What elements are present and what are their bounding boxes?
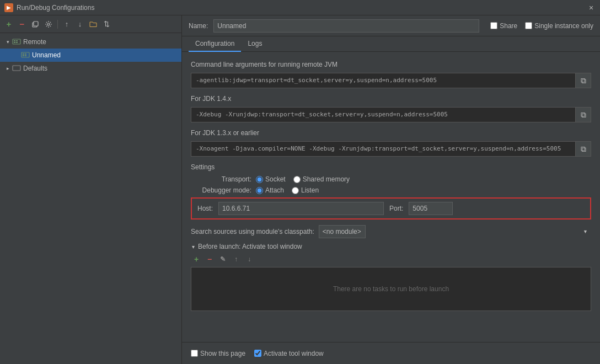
- svg-rect-5: [16, 40, 18, 41]
- before-launch-move-down-button[interactable]: ↓: [244, 254, 255, 265]
- jdk14-copy-button[interactable]: ⧉: [576, 107, 591, 122]
- share-checkbox-label[interactable]: Share: [490, 22, 517, 30]
- before-launch-section: ▾ Before launch: Activate tool window + …: [191, 243, 591, 311]
- svg-rect-8: [22, 52, 29, 57]
- host-input[interactable]: [218, 202, 384, 215]
- before-launch-title: Before launch: Activate tool window: [198, 243, 302, 250]
- svg-point-2: [47, 23, 50, 25]
- move-up-button[interactable]: ↑: [61, 19, 72, 30]
- svg-rect-7: [16, 42, 18, 43]
- remote-group-label: Remote: [23, 38, 46, 46]
- sort-button[interactable]: ⇅: [101, 19, 112, 30]
- jdk13-args-text: -Xnoagent -Djava.compiler=NONE -Xdebug -…: [191, 141, 576, 157]
- toolbar-separator: [57, 20, 58, 29]
- remove-config-button[interactable]: −: [17, 19, 28, 30]
- tree-arrow-remote: ▾: [4, 39, 11, 45]
- jdk13-copy-button[interactable]: ⧉: [576, 141, 591, 157]
- tree-item-unnamed[interactable]: ▾ Unnamed: [0, 49, 181, 62]
- show-page-checkbox-label[interactable]: Show this page: [191, 350, 245, 357]
- add-config-button[interactable]: +: [3, 19, 14, 30]
- transport-row: Transport: Socket Shared memory: [191, 175, 591, 183]
- socket-label: Socket: [265, 175, 286, 183]
- listen-label: Listen: [301, 186, 319, 194]
- module-classpath-label: Search sources using module's classpath:: [191, 228, 314, 235]
- tab-configuration[interactable]: Configuration: [189, 36, 241, 52]
- footer: Show this page Activate tool window: [182, 342, 600, 364]
- listen-radio-label[interactable]: Listen: [292, 186, 319, 194]
- settings-button[interactable]: [43, 19, 54, 30]
- before-launch-toolbar: + − ✎ ↑ ↓: [191, 254, 591, 265]
- remote-group-icon: [12, 38, 21, 46]
- share-label: Share: [500, 22, 517, 30]
- tree-item-defaults[interactable]: ▸ Defaults: [0, 62, 181, 75]
- single-instance-checkbox[interactable]: [525, 22, 532, 29]
- transport-label: Transport:: [191, 175, 251, 183]
- svg-rect-6: [14, 42, 15, 43]
- listen-radio[interactable]: [292, 187, 299, 194]
- svg-rect-3: [13, 39, 20, 44]
- before-launch-remove-button[interactable]: −: [204, 254, 215, 265]
- before-launch-edit-button[interactable]: ✎: [217, 254, 228, 265]
- transport-radio-group: Socket Shared memory: [256, 175, 350, 183]
- shared-memory-radio-label[interactable]: Shared memory: [293, 175, 350, 183]
- jvm-args-block: -agentlib:jdwp=transport=dt_socket,serve…: [191, 73, 591, 88]
- before-launch-header: ▾ Before launch: Activate tool window: [191, 243, 591, 250]
- socket-radio[interactable]: [256, 176, 263, 183]
- single-instance-label: Single instance only: [534, 22, 593, 30]
- unnamed-label: Unnamed: [32, 51, 61, 59]
- debugger-mode-label: Debugger mode:: [191, 186, 251, 194]
- before-launch-move-up-button[interactable]: ↑: [231, 254, 242, 265]
- shared-memory-label: Shared memory: [303, 175, 350, 183]
- before-launch-area: There are no tasks to run before launch: [191, 267, 591, 311]
- attach-label: Attach: [265, 186, 284, 194]
- socket-radio-label[interactable]: Socket: [256, 175, 286, 183]
- unnamed-icon: [21, 51, 30, 60]
- single-instance-checkbox-label[interactable]: Single instance only: [525, 22, 593, 30]
- before-launch-add-button[interactable]: +: [191, 254, 202, 265]
- tree-arrow-defaults: ▸: [4, 65, 11, 72]
- copy-config-button[interactable]: [30, 19, 41, 30]
- port-label: Port:: [389, 205, 403, 212]
- jdk13-title: For JDK 1.3.x or earlier: [191, 129, 591, 137]
- svg-rect-13: [13, 66, 20, 71]
- module-select[interactable]: <no module>: [319, 225, 366, 238]
- tab-logs[interactable]: Logs: [241, 36, 269, 52]
- app-icon: ▶: [4, 3, 13, 12]
- attach-radio[interactable]: [256, 187, 263, 194]
- module-row: Search sources using module's classpath:…: [191, 225, 591, 238]
- title-bar: ▶ Run/Debug Configurations ×: [0, 0, 600, 15]
- share-area: Share Single instance only: [490, 22, 593, 30]
- config-tree: ▾ Remote ▾: [0, 33, 181, 364]
- port-input[interactable]: [409, 202, 453, 215]
- main-content: Name: Share Single instance only Configu…: [182, 15, 600, 364]
- defaults-icon: [12, 64, 21, 73]
- svg-rect-10: [25, 53, 26, 55]
- jvm-copy-button[interactable]: ⧉: [576, 73, 591, 88]
- host-port-row: Host: Port:: [191, 197, 591, 220]
- show-page-label: Show this page: [200, 350, 245, 357]
- before-launch-toggle[interactable]: ▾: [191, 244, 196, 250]
- debugger-mode-radio-group: Attach Listen: [256, 186, 319, 194]
- name-label: Name:: [189, 22, 208, 30]
- folder-button[interactable]: [88, 19, 99, 30]
- defaults-label: Defaults: [23, 65, 47, 72]
- activate-window-checkbox-label[interactable]: Activate tool window: [254, 350, 324, 357]
- shared-memory-radio[interactable]: [293, 176, 301, 183]
- name-input[interactable]: [213, 19, 479, 33]
- title-bar-text: Run/Debug Configurations: [17, 4, 587, 12]
- share-checkbox[interactable]: [490, 22, 497, 29]
- config-header: Name: Share Single instance only: [182, 15, 600, 36]
- jdk14-title: For JDK 1.4.x: [191, 95, 591, 103]
- jdk14-args-block: -Xdebug -Xrunjdwp:transport=dt_socket,se…: [191, 107, 591, 122]
- activate-window-checkbox[interactable]: [254, 350, 261, 357]
- tree-item-remote-group[interactable]: ▾ Remote: [0, 35, 181, 49]
- svg-rect-12: [25, 55, 26, 56]
- tabs-bar: Configuration Logs: [182, 36, 600, 52]
- host-label: Host:: [197, 205, 213, 212]
- move-down-button[interactable]: ↓: [74, 19, 85, 30]
- close-button[interactable]: ×: [587, 3, 596, 12]
- show-page-checkbox[interactable]: [191, 350, 198, 357]
- module-select-wrapper: <no module>: [319, 225, 591, 238]
- no-tasks-text: There are no tasks to run before launch: [333, 285, 449, 293]
- attach-radio-label[interactable]: Attach: [256, 186, 284, 194]
